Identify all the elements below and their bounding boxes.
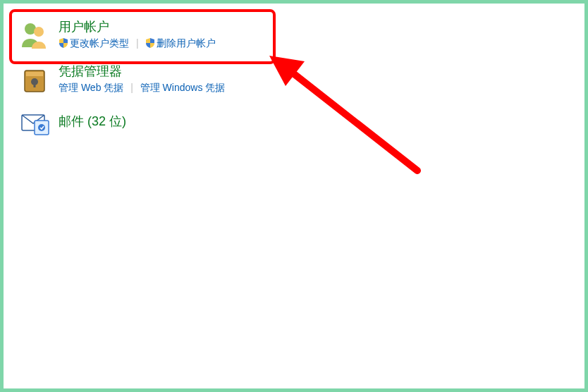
user-accounts-title[interactable]: 用户帐户 (59, 19, 216, 35)
mail-title[interactable]: 邮件 (32 位) (59, 114, 126, 130)
svg-marker-11 (269, 56, 305, 86)
credential-manager-title[interactable]: 凭据管理器 (59, 63, 225, 80)
credential-manager-links: 管理 Web 凭据 | 管理 Windows 凭据 (59, 81, 225, 94)
credential-manager-icon (18, 63, 51, 97)
link-manage-web-credentials[interactable]: 管理 Web 凭据 (59, 82, 123, 93)
shield-icon (59, 38, 68, 48)
link-remove-user-account-label: 删除用户帐户 (157, 37, 216, 49)
link-manage-windows-credentials[interactable]: 管理 Windows 凭据 (140, 82, 226, 93)
link-change-account-type[interactable]: 更改帐户类型 (59, 37, 132, 49)
window-frame: 用户帐户 更改帐户类型 | (0, 0, 588, 392)
svg-rect-6 (26, 72, 43, 76)
category-mail: 邮件 (32 位) (18, 106, 126, 140)
link-separator: | (130, 82, 133, 93)
mail-icon (18, 106, 51, 140)
category-user-accounts-text: 用户帐户 更改帐户类型 | (59, 19, 216, 50)
category-credential-manager: 凭据管理器 管理 Web 凭据 | 管理 Windows 凭据 (18, 63, 225, 97)
control-panel-body: 用户帐户 更改帐户类型 | (4, 4, 584, 388)
svg-line-10 (287, 68, 417, 171)
shield-icon (145, 38, 155, 48)
annotation-arrow (266, 47, 442, 188)
svg-point-9 (38, 124, 45, 131)
user-accounts-links: 更改帐户类型 | 删除用户帐户 (59, 37, 216, 49)
link-separator: | (136, 37, 139, 49)
link-remove-user-account[interactable]: 删除用户帐户 (145, 37, 216, 49)
category-credential-manager-text: 凭据管理器 管理 Web 凭据 | 管理 Windows 凭据 (59, 63, 225, 94)
link-change-account-type-label: 更改帐户类型 (70, 37, 129, 49)
svg-rect-5 (34, 82, 36, 87)
category-user-accounts: 用户帐户 更改帐户类型 | (18, 19, 216, 53)
user-accounts-icon (18, 19, 51, 53)
svg-point-1 (34, 27, 44, 37)
category-mail-text: 邮件 (32 位) (59, 114, 126, 130)
